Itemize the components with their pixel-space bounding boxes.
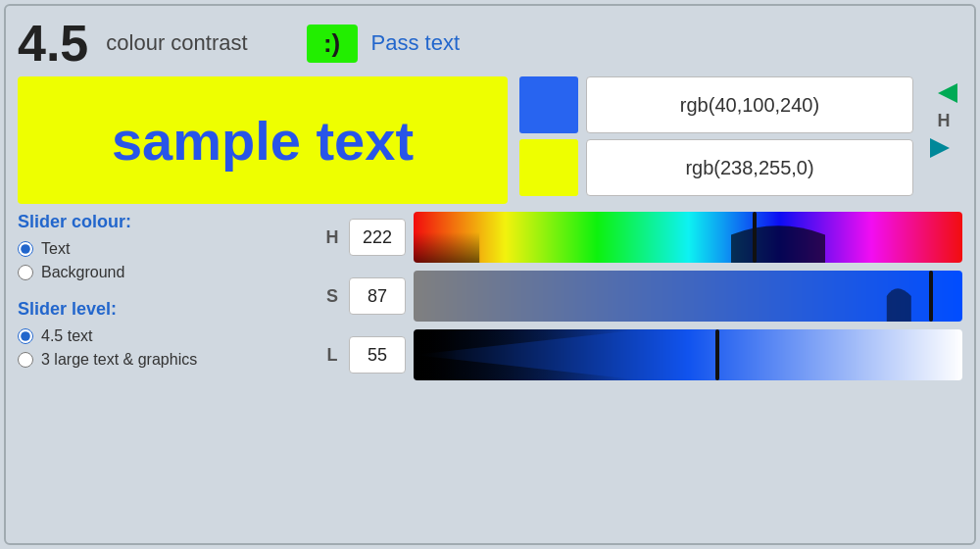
arrow-right-button[interactable] (927, 131, 960, 165)
sliders-area: H S L (323, 212, 962, 380)
text-color-row (519, 76, 913, 133)
left-controls: Slider colour: Text Background Slider le… (18, 212, 312, 369)
svg-marker-0 (938, 83, 957, 103)
svg-marker-1 (930, 138, 950, 158)
s-slider-track[interactable] (414, 271, 962, 322)
sample-text: sample text (112, 109, 414, 173)
h-value-input[interactable] (349, 219, 406, 256)
l-channel-label: L (323, 345, 341, 366)
radio-45-text[interactable]: 4.5 text (18, 327, 312, 345)
h-label: H (938, 112, 951, 129)
bg-color-row (519, 139, 913, 196)
radio-3-label: 3 large text & graphics (41, 351, 197, 369)
arrow-right-icon (930, 134, 957, 162)
s-slider-row: S (323, 271, 962, 322)
l-slider-row: L (323, 329, 962, 380)
color-panel (519, 76, 913, 204)
contrast-label: colour contrast (106, 30, 247, 56)
arrow-left-button[interactable] (927, 76, 960, 110)
radio-text-label: Text (41, 240, 70, 258)
h-channel-label: H (323, 227, 341, 248)
h-slider-track[interactable] (414, 212, 962, 263)
l-value-input[interactable] (349, 336, 406, 374)
arrow-col: H (925, 76, 962, 204)
radio-background[interactable]: Background (18, 264, 312, 281)
app-container: 4.5 colour contrast :) Pass text sample … (4, 4, 976, 545)
s-value-input[interactable] (349, 277, 406, 315)
top-row: 4.5 colour contrast :) Pass text (18, 18, 962, 69)
s-channel-label: S (323, 286, 341, 307)
pass-text: Pass text (371, 30, 460, 56)
l-slider-track[interactable] (414, 329, 962, 380)
sample-row: sample text H (18, 76, 962, 204)
radio-45-input[interactable] (18, 328, 33, 344)
radio-3-large[interactable]: 3 large text & graphics (18, 351, 312, 369)
l-slider-canvas (414, 329, 962, 380)
bg-color-input[interactable] (586, 139, 913, 196)
sample-preview: sample text (18, 76, 508, 204)
radio-text-input[interactable] (18, 241, 33, 257)
contrast-value: 4.5 (18, 18, 88, 69)
radio-3-input[interactable] (18, 352, 33, 368)
radio-45-label: 4.5 text (41, 327, 92, 345)
radio-text[interactable]: Text (18, 240, 312, 258)
arrow-left-icon (930, 79, 957, 107)
h-slider-row: H (323, 212, 962, 263)
slider-level-label: Slider level: (18, 299, 312, 320)
radio-background-input[interactable] (18, 265, 33, 280)
bg-color-swatch[interactable] (519, 139, 578, 196)
h-slider-canvas (414, 212, 962, 263)
controls-row: Slider colour: Text Background Slider le… (18, 212, 962, 531)
s-slider-canvas (414, 271, 962, 322)
pass-badge: :) (307, 25, 358, 63)
text-color-input[interactable] (586, 76, 913, 133)
text-color-swatch[interactable] (519, 76, 578, 133)
slider-colour-label: Slider colour: (18, 212, 312, 232)
radio-background-label: Background (41, 264, 124, 281)
